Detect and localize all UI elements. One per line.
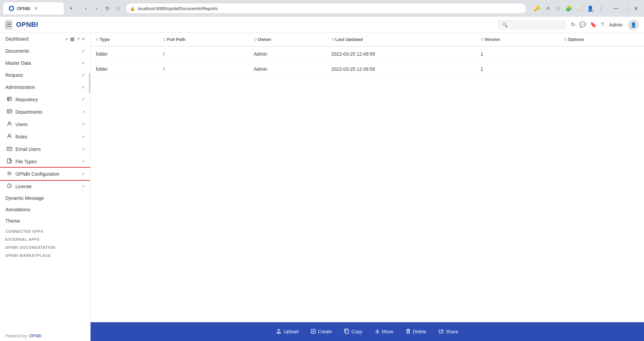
request-label: Request xyxy=(5,72,23,78)
repository-label: Repository xyxy=(15,97,38,102)
cell-version: 1 xyxy=(475,46,559,62)
header-right: 🔍 ↻ 💬 🔖 ? Admin 👤 xyxy=(498,19,639,30)
sidebar-item-annotations[interactable]: Annotations xyxy=(0,204,90,215)
col-type[interactable]: ▽ Type xyxy=(91,33,158,46)
sidebar-item-file-types[interactable]: File Types ↗ xyxy=(0,155,90,168)
repository-icon xyxy=(7,96,12,103)
col-last-updated[interactable]: ▽ Last Updated xyxy=(326,33,475,46)
sidebar-item-documents[interactable]: Documents ∨ xyxy=(0,45,90,57)
home-button[interactable]: ⌂ xyxy=(113,4,123,13)
repository-external-icon: ↗ xyxy=(82,97,85,102)
sidebar-item-roles[interactable]: Roles ↗ xyxy=(0,130,90,143)
sidebar-item-repository[interactable]: Repository ↗ xyxy=(0,93,90,106)
close-tab-button[interactable]: ✕ xyxy=(33,5,40,12)
sidebar-item-users[interactable]: Users ↗ xyxy=(0,118,90,130)
back-button[interactable]: ‹ xyxy=(81,4,91,13)
sidebar-scrollbar[interactable] xyxy=(89,73,90,93)
move-button[interactable]: Move xyxy=(369,326,399,338)
opnbi-configuration-label: OPNBI Configuration xyxy=(15,171,59,177)
sidebar-item-dynamic-message[interactable]: Dynamic Message xyxy=(0,192,90,204)
dashboard-add-icon[interactable]: + xyxy=(65,36,68,42)
cell-full-path: / xyxy=(158,62,248,77)
search-input[interactable] xyxy=(510,22,564,27)
share-button[interactable]: Share xyxy=(433,326,464,338)
key-icon[interactable]: 🔑 xyxy=(532,4,541,13)
col-version[interactable]: ▽ Version xyxy=(475,33,559,46)
search-box[interactable]: 🔍 xyxy=(498,20,566,29)
sidebar-item-license[interactable]: License ↗ xyxy=(0,180,90,192)
forward-button[interactable]: › xyxy=(92,4,101,13)
bookmark-button[interactable]: ☆ xyxy=(553,4,563,13)
delete-icon xyxy=(406,329,411,335)
svg-rect-4 xyxy=(7,110,12,113)
sidebar-item-opnbi-configuration[interactable]: OPNBI Configuration ↗ xyxy=(0,168,90,180)
search-icon: 🔍 xyxy=(502,22,508,27)
sidebar-item-master-data[interactable]: Master Data ∨ xyxy=(0,57,90,69)
chat-icon[interactable]: 💬 xyxy=(579,21,586,28)
dashboard-grid-icon[interactable]: ▦ xyxy=(70,36,74,42)
license-external-icon: ↗ xyxy=(82,184,85,189)
profile-button[interactable]: 👤 xyxy=(586,4,595,13)
users-external-icon: ↗ xyxy=(82,122,85,127)
col-owner[interactable]: ▽ Owner xyxy=(249,33,326,46)
opnbi-configuration-external-icon: ↗ xyxy=(82,172,85,176)
sidebar-item-request[interactable]: Request ∨ xyxy=(0,69,90,81)
help-icon[interactable]: ? xyxy=(601,22,604,28)
cell-last-updated: 2022-03-25 12:49:59 xyxy=(326,46,475,62)
app-logo: OPNBI xyxy=(16,21,38,29)
create-button[interactable]: Create xyxy=(305,326,337,338)
administration-label: Administration xyxy=(5,84,35,90)
col-options[interactable]: ▽ Options xyxy=(558,33,644,46)
url-text: localhost:8080/opnbi/Documents/Reports xyxy=(138,6,218,11)
options-filter-icon: ▽ xyxy=(564,38,567,42)
sidebar-item-dashboard[interactable]: Dashboard + ▦ ↗ ∨ xyxy=(0,33,90,45)
move-icon xyxy=(375,329,380,335)
license-label: License xyxy=(15,184,32,189)
upload-label: Upload xyxy=(283,329,298,334)
bottom-toolbar: Upload Create Copy xyxy=(91,322,644,341)
administration-chevron-icon: ∧ xyxy=(82,85,85,90)
sidebar-item-administration[interactable]: Administration ∧ xyxy=(0,81,90,93)
documents-label: Documents xyxy=(5,48,29,54)
powered-by-link[interactable]: OPNBI xyxy=(29,334,41,338)
address-bar[interactable]: 🔒 localhost:8080/opnbi/Documents/Reports xyxy=(125,3,527,14)
table-row: folder / Admin 2022-03-25 12:49:59 1 xyxy=(91,46,644,62)
bookmark-star-button[interactable]: ↗ xyxy=(543,4,552,13)
window-close-button[interactable]: ✕ xyxy=(631,4,641,13)
bookmark-header-icon[interactable]: 🔖 xyxy=(590,21,597,28)
more-options-button[interactable]: ⋮ xyxy=(596,4,606,13)
reload-button[interactable]: ↻ xyxy=(103,4,112,13)
refresh-icon[interactable]: ↻ xyxy=(571,21,575,28)
svg-point-0 xyxy=(10,7,13,10)
create-label: Create xyxy=(318,329,332,334)
email-users-label: Email Users xyxy=(15,147,41,152)
request-chevron-icon: ∨ xyxy=(82,73,85,77)
dashboard-chevron-icon[interactable]: ∨ xyxy=(82,37,85,41)
sidebar-item-email-users[interactable]: Email Users ↗ xyxy=(0,143,90,155)
maximize-button[interactable]: ⬜ xyxy=(621,4,631,13)
departments-external-icon: ↗ xyxy=(82,110,85,114)
users-icon xyxy=(7,121,12,127)
col-full-path[interactable]: ▽ Full Path xyxy=(158,33,248,46)
new-tab-button[interactable]: + xyxy=(66,4,76,13)
email-users-external-icon: ↗ xyxy=(82,147,85,152)
upload-button[interactable]: Upload xyxy=(271,326,304,338)
owner-filter-icon: ▽ xyxy=(254,38,257,42)
full-path-filter-icon: ▽ xyxy=(163,38,166,42)
lock-icon: 🔒 xyxy=(130,6,135,11)
svg-point-7 xyxy=(8,122,10,124)
browser-tab[interactable]: OPNBI ✕ xyxy=(3,2,64,14)
extensions-button[interactable]: 🧩 xyxy=(564,4,574,13)
sidebar-item-theme[interactable]: Theme xyxy=(0,215,90,227)
minimize-button[interactable]: — xyxy=(611,4,621,13)
split-view-button[interactable]: ⬜ xyxy=(575,4,584,13)
sidebar-item-departments[interactable]: Departments ↗ xyxy=(0,106,90,118)
dashboard-external-icon[interactable]: ↗ xyxy=(76,37,80,41)
user-avatar[interactable]: 👤 xyxy=(628,19,639,30)
delete-button[interactable]: Delete xyxy=(400,326,432,338)
departments-label: Departments xyxy=(15,109,42,115)
copy-button[interactable]: Copy xyxy=(339,326,368,338)
hamburger-menu-button[interactable]: ☰ xyxy=(5,20,12,29)
users-label: Users xyxy=(15,122,28,127)
move-label: Move xyxy=(382,329,393,334)
